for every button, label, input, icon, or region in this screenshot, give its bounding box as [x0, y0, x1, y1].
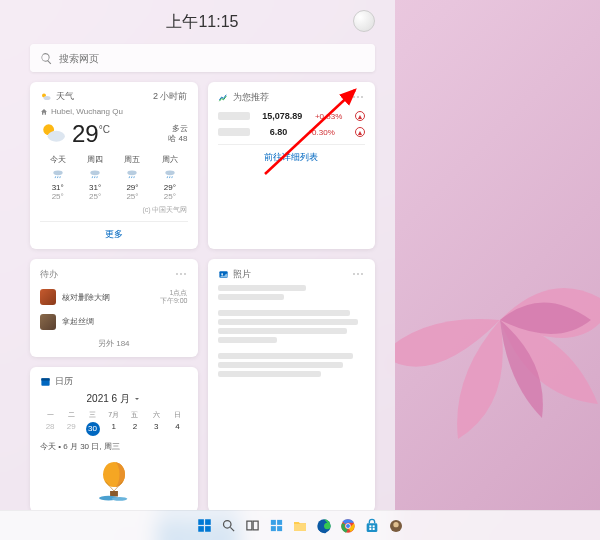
- svg-point-39: [393, 522, 398, 527]
- blurred-text: [218, 285, 307, 291]
- money-widget[interactable]: 为您推荐 ⋯ 15,078.89 +0.53% ▲ 6.80 +0.30% ▲ …: [208, 82, 376, 249]
- stock-name-blur: [218, 128, 250, 136]
- svg-point-14: [111, 497, 127, 501]
- edge-button[interactable]: [315, 517, 333, 535]
- user-avatar[interactable]: [353, 10, 375, 32]
- weather-main-icon: [40, 120, 66, 148]
- store-button[interactable]: [363, 517, 381, 535]
- start-button[interactable]: [195, 517, 213, 535]
- blurred-text: [218, 328, 348, 334]
- blurred-text: [218, 337, 277, 343]
- todo-color-swatch: [40, 289, 56, 305]
- svg-rect-24: [270, 520, 275, 525]
- forecast-day[interactable]: 周六29°25°: [152, 154, 187, 201]
- blurred-text: [218, 371, 321, 377]
- svg-point-3: [48, 131, 65, 142]
- search-box[interactable]: [30, 44, 375, 72]
- weather-updated: 2 小时前: [153, 90, 188, 103]
- svg-rect-12: [110, 491, 118, 497]
- todo-footer[interactable]: 另外 184: [40, 338, 188, 349]
- svg-point-32: [346, 524, 350, 528]
- chrome-button[interactable]: [339, 517, 357, 535]
- calendar-day-today[interactable]: 30: [82, 421, 102, 437]
- svg-rect-22: [246, 521, 251, 530]
- weather-more-link[interactable]: 更多: [40, 221, 188, 241]
- photos-widget[interactable]: 照片 ⋯: [208, 259, 376, 512]
- svg-rect-18: [198, 526, 204, 532]
- svg-rect-23: [253, 521, 258, 530]
- search-input[interactable]: [59, 53, 365, 64]
- calendar-day[interactable]: 4: [167, 421, 187, 437]
- blurred-text: [218, 310, 351, 316]
- explorer-button[interactable]: [291, 517, 309, 535]
- search-icon: [40, 52, 53, 65]
- todo-title: 待办: [40, 268, 58, 281]
- widgets-panel: 上午11:15 天气 2 小时前 Hubei, Wuchang Qu 29°C: [0, 0, 395, 540]
- blurred-text: [218, 362, 343, 368]
- stock-price: 15,078.89: [262, 111, 302, 121]
- up-arrow-icon: ▲: [355, 111, 365, 121]
- svg-rect-37: [373, 528, 375, 530]
- forecast-day[interactable]: 周四31°25°: [77, 154, 112, 201]
- weather-feels: 哈 48: [168, 134, 187, 144]
- calendar-day[interactable]: 28: [40, 421, 60, 437]
- widget-more-button[interactable]: ⋯: [352, 90, 365, 104]
- blurred-text: [218, 353, 354, 359]
- forecast-day[interactable]: 周五29°25°: [115, 154, 150, 201]
- widget-more-button[interactable]: ⋯: [352, 267, 365, 281]
- stock-name-blur: [218, 112, 250, 120]
- stock-row[interactable]: 15,078.89 +0.53% ▲: [218, 108, 366, 124]
- photos-title: 照片: [233, 268, 251, 281]
- svg-rect-19: [205, 526, 211, 532]
- task-view-button[interactable]: [243, 517, 261, 535]
- svg-point-6: [128, 171, 137, 176]
- weather-widget[interactable]: 天气 2 小时前 Hubei, Wuchang Qu 29°C 多云 哈 48 …: [30, 82, 198, 249]
- panel-time: 上午11:15: [166, 12, 238, 33]
- balloon-illustration: [40, 458, 188, 504]
- blurred-text: [218, 294, 284, 300]
- calendar-icon: [40, 376, 51, 387]
- taskbar-search-button[interactable]: [219, 517, 237, 535]
- calendar-grid: 一 二 三 7月 五 六 日 28 29 30 1 2 3 4: [40, 410, 188, 437]
- todo-item[interactable]: 拿起丝绸: [40, 310, 188, 334]
- weather-location: Hubei, Wuchang Qu: [51, 107, 123, 116]
- calendar-day[interactable]: 3: [146, 421, 166, 437]
- svg-rect-27: [277, 526, 282, 531]
- weather-title: 天气: [56, 90, 74, 103]
- wallpaper-art: [360, 180, 600, 460]
- calendar-today-line: 今天 • 6 月 30 日, 周三: [40, 441, 188, 452]
- calendar-day[interactable]: 2: [125, 421, 145, 437]
- weather-partly-cloudy-icon: [40, 91, 52, 103]
- weather-source: (c) 中国天气网: [40, 205, 188, 215]
- money-details-link[interactable]: 前往详细列表: [218, 144, 366, 164]
- stock-row[interactable]: 6.80 +0.30% ▲: [218, 124, 366, 140]
- todo-item[interactable]: 核对删除大纲 1点点下午9:00: [40, 285, 188, 310]
- stock-change: +0.53%: [315, 112, 342, 121]
- svg-line-21: [230, 527, 234, 531]
- svg-point-4: [53, 171, 62, 176]
- svg-rect-11: [41, 378, 49, 380]
- calendar-day[interactable]: 29: [61, 421, 81, 437]
- svg-rect-33: [367, 523, 378, 532]
- calendar-day[interactable]: 1: [104, 421, 124, 437]
- widgets-button[interactable]: [267, 517, 285, 535]
- calendar-widget[interactable]: 日历 2021 6 月 一 二 三 7月 五 六 日 28 29 30 1 2 …: [30, 367, 198, 512]
- svg-rect-16: [198, 519, 204, 525]
- svg-rect-36: [369, 528, 371, 530]
- app-button[interactable]: [387, 517, 405, 535]
- svg-rect-34: [369, 525, 371, 527]
- home-icon: [40, 108, 48, 116]
- blurred-text: [218, 319, 358, 325]
- todo-label: 核对删除大纲: [62, 292, 110, 303]
- todo-label: 拿起丝绸: [62, 316, 94, 327]
- up-arrow-icon: ▲: [355, 127, 365, 137]
- todo-widget[interactable]: 待办⋯ 核对删除大纲 1点点下午9:00 拿起丝绸 另外 184: [30, 259, 198, 357]
- chart-icon: [218, 92, 229, 103]
- svg-rect-35: [373, 525, 375, 527]
- forecast-day[interactable]: 今天31°25°: [40, 154, 75, 201]
- svg-rect-26: [270, 526, 275, 531]
- widget-more-button[interactable]: ⋯: [175, 267, 188, 281]
- stock-price: 6.80: [270, 127, 288, 137]
- money-title: 为您推荐: [233, 91, 269, 104]
- calendar-month-selector[interactable]: 2021 6 月: [40, 392, 188, 406]
